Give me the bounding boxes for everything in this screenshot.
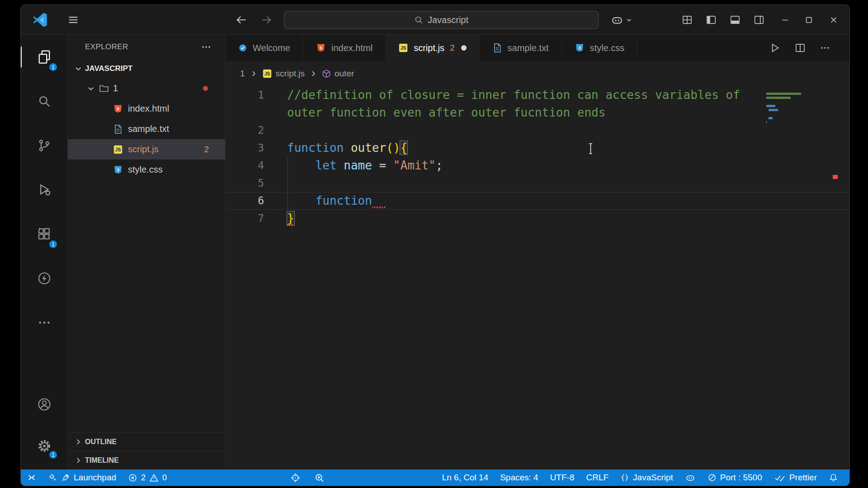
remote-indicator[interactable]: [21, 469, 42, 486]
mouse-cursor: [587, 142, 594, 157]
copilot-status[interactable]: [679, 469, 702, 486]
tab-script.js[interactable]: JSscript.js2: [386, 35, 479, 61]
activity-thunder-client[interactable]: [21, 256, 68, 300]
tab-index.html[interactable]: 5index.html: [303, 35, 386, 61]
copilot-button[interactable]: [605, 5, 637, 35]
outline-section[interactable]: OUTLINE: [68, 432, 225, 451]
activity-extensions[interactable]: 1: [21, 212, 68, 256]
command-center-search[interactable]: Javascript: [284, 11, 599, 29]
chevron-right-icon: [74, 456, 82, 465]
minimap-line: [769, 117, 773, 119]
tab-Welcome[interactable]: Welcome: [226, 35, 303, 61]
activity-source-control[interactable]: [21, 123, 68, 168]
vscode-logo: [30, 5, 50, 35]
code-row[interactable]: 2: [226, 122, 849, 139]
forward-button[interactable]: [256, 5, 276, 35]
back-button[interactable]: [231, 5, 251, 35]
section-javascript[interactable]: JAVASCRIPT: [68, 59, 225, 78]
breadcrumb-1[interactable]: 1: [240, 69, 245, 79]
css-icon: 3: [575, 43, 585, 53]
split-editor-button[interactable]: [794, 42, 806, 54]
code-area[interactable]: 1//definition of closure = inner functio…: [226, 86, 849, 469]
language-mode[interactable]: JavaScript: [614, 469, 679, 486]
status-right: Ln 6, Col 14 Spaces: 4 UTF-8 CRLF JavaSc…: [436, 469, 849, 486]
problem-badge: 2: [450, 43, 455, 53]
js-icon: JS: [262, 69, 272, 79]
line-number: 4: [226, 157, 264, 174]
tab-style.css[interactable]: 3style.css: [562, 35, 638, 61]
problems-indicator[interactable]: 2 0: [122, 469, 173, 486]
run-button[interactable]: [769, 42, 781, 54]
line-number: 5: [226, 174, 264, 192]
activity-accounts[interactable]: [21, 384, 68, 425]
accounts-icon: [37, 397, 52, 412]
menu-icon[interactable]: [63, 5, 83, 35]
copilot-icon: [610, 13, 624, 27]
customize-layout-button[interactable]: [677, 5, 697, 35]
code-row[interactable]: 3function outer(){: [226, 139, 849, 157]
tree-file-index.html[interactable]: 5index.html: [68, 99, 225, 119]
more-editor-actions-button[interactable]: [820, 42, 830, 53]
tree-folder-1[interactable]: 1: [68, 78, 225, 99]
close-button[interactable]: [824, 5, 844, 35]
search-icon: [37, 94, 52, 109]
formatter-status[interactable]: Prettier: [768, 469, 823, 486]
breadcrumb-script.js[interactable]: JSscript.js: [262, 69, 305, 79]
vscode-window: Javascript 11 1 EXPLORER JAVASCRIPT 15in…: [20, 5, 850, 486]
toggle-sidebar-button[interactable]: [701, 5, 721, 35]
remote-icon: [27, 473, 37, 483]
more-actions-icon[interactable]: [201, 42, 212, 52]
toggle-secondary-sidebar-button[interactable]: [749, 5, 769, 35]
run-and-debug-icon: [37, 182, 52, 197]
tree-file-script.js[interactable]: JSscript.js2: [68, 139, 225, 160]
timeline-section[interactable]: TIMELINE: [68, 451, 225, 469]
activity-explorer[interactable]: 1: [21, 35, 68, 79]
tab-sample.txt[interactable]: sample.txt: [480, 35, 562, 61]
crosshair-icon[interactable]: [290, 473, 301, 483]
notifications[interactable]: [823, 469, 844, 486]
activity-more-views[interactable]: [21, 300, 68, 345]
code-row[interactable]: 6 function: [226, 192, 849, 210]
code-row[interactable]: 1//definition of closure = inner functio…: [226, 86, 849, 104]
tree-file-sample.txt[interactable]: sample.txt: [68, 119, 225, 139]
activity-settings[interactable]: 1: [21, 425, 68, 467]
minimap-line: [769, 109, 778, 111]
tree-file-style.css[interactable]: 3style.css: [68, 160, 225, 180]
activity-bar: 11 1: [21, 35, 68, 469]
code-row[interactable]: outer function even after outer fucntion…: [226, 104, 849, 122]
indentation[interactable]: Spaces: 4: [494, 469, 544, 486]
html-file-icon: 5: [113, 104, 123, 114]
explorer-icon: [36, 49, 52, 65]
code-row[interactable]: 5: [226, 174, 849, 192]
line-number: 7: [226, 210, 264, 227]
error-squiggle: [287, 224, 294, 226]
encoding[interactable]: UTF-8: [544, 469, 580, 486]
activity-run-and-debug[interactable]: [21, 168, 68, 212]
cursor-position[interactable]: Ln 6, Col 14: [436, 469, 494, 486]
minimap[interactable]: [766, 90, 834, 189]
js-file-icon: JS: [113, 145, 123, 155]
live-server-port[interactable]: Port : 5500: [702, 469, 768, 486]
section-label: JAVASCRIPT: [85, 64, 132, 73]
line-number: 2: [226, 122, 264, 139]
title-bar: Javascript: [21, 5, 849, 35]
zoom-in-icon[interactable]: [314, 473, 325, 483]
css-file-icon: 3: [113, 165, 123, 175]
chevron-right-icon: [250, 70, 258, 78]
code-row[interactable]: 7}: [226, 210, 849, 227]
svg-text:5: 5: [117, 106, 119, 111]
search-icon: [414, 15, 423, 24]
activity-top: 11: [21, 35, 67, 345]
eol-sequence[interactable]: CRLF: [580, 469, 614, 486]
maximize-button[interactable]: [799, 5, 819, 35]
launchpad-button[interactable]: Launchpad: [42, 469, 122, 486]
rocket-icon: [61, 473, 70, 482]
activity-search[interactable]: [21, 79, 68, 123]
explorer-header: EXPLORER: [68, 35, 225, 59]
breadcrumb-outer[interactable]: outer: [322, 69, 354, 79]
search-value: Javascript: [428, 15, 468, 25]
explorer-title: EXPLORER: [85, 42, 128, 52]
toggle-panel-button[interactable]: [725, 5, 745, 35]
code-row[interactable]: 4 let name = "Amit";: [226, 157, 849, 174]
minimize-button[interactable]: [775, 5, 795, 35]
